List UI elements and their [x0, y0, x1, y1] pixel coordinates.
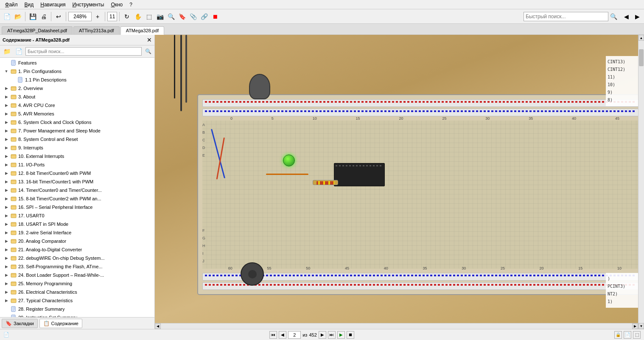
toc-item-14[interactable]: ▶13. 16-bit Timer/Counter1 with PWM: [0, 177, 154, 186]
search-submit-btn[interactable]: 🔍: [608, 11, 619, 22]
sidebar-folder-btn[interactable]: 📁: [2, 46, 12, 56]
new-btn[interactable]: 📄: [2, 11, 12, 22]
svg-rect-26: [11, 282, 16, 286]
attach-btn[interactable]: 📎: [188, 11, 198, 22]
print-btn[interactable]: 🖨: [39, 11, 49, 22]
toc-item-28[interactable]: ▶27. Typical Characteristics: [0, 296, 154, 305]
toc-item-25[interactable]: ▶24. Boot Loader Support – Read-While-..…: [0, 271, 154, 279]
toc-label-3: 2. Overview: [18, 86, 43, 91]
find-btn[interactable]: 🔍: [166, 11, 176, 22]
nav-prev-btn[interactable]: ◀: [621, 11, 631, 22]
menu-file[interactable]: Файл: [2, 1, 21, 8]
first-page-btn[interactable]: ⏮: [269, 331, 277, 339]
link-btn[interactable]: 🔗: [199, 11, 209, 22]
sidebar: Содержание - ATMega328.pdf ✕ 📁 📄 🔍 Featu…: [0, 35, 155, 329]
toc-label-24: 23. Self-Programming the Flash, ATme...: [18, 264, 102, 269]
scroll-up-btn[interactable]: ▲: [638, 35, 644, 41]
next-page-btn[interactable]: ▶: [319, 331, 326, 339]
rotate-btn[interactable]: ↻: [122, 11, 132, 22]
toc-item-11[interactable]: ▶10. External Interrupts: [0, 152, 154, 160]
menu-tools[interactable]: Инструменты: [69, 1, 108, 8]
toc-item-12[interactable]: ▶11. I/O-Ports: [0, 160, 154, 169]
hscroll-right-btn[interactable]: ▶: [632, 323, 638, 329]
toc-item-13[interactable]: ▶12. 8-bit Timer/Counter0 with PWM: [0, 169, 154, 177]
toc-item-29[interactable]: 28. Register Summary: [0, 305, 154, 313]
status-btn-1[interactable]: 🔒: [614, 331, 622, 339]
toc-item-23[interactable]: ▶22. debugWIRE On-chip Debug System...: [0, 254, 154, 262]
menu-help[interactable]: ?: [126, 1, 136, 8]
toc-item-2[interactable]: 1.1 Pin Descriptions: [0, 76, 154, 84]
toc-item-1[interactable]: ▼1. Pin Configurations: [0, 67, 154, 76]
menu-navigation[interactable]: Навигация: [37, 1, 69, 8]
back-btn[interactable]: ↩: [53, 11, 64, 22]
toc-item-10[interactable]: ▶9. Interrupts: [0, 143, 154, 152]
expand-icon-13: ▶: [3, 170, 9, 176]
menu-window[interactable]: Окно: [107, 1, 126, 8]
bottom-tab-bookmarks[interactable]: 🔖 Закладки: [2, 319, 38, 328]
stop-btn[interactable]: ⏹: [210, 11, 220, 22]
toc-item-20[interactable]: ▶19. 2-wire Serial Interface: [0, 228, 154, 237]
total-pages: 452: [309, 332, 316, 337]
zoom-in-btn[interactable]: +: [92, 11, 103, 22]
toc-item-24[interactable]: ▶23. Self-Programming the Flash, ATme...: [0, 262, 154, 271]
toc-item-18[interactable]: ▶17. USART0: [0, 211, 154, 220]
scroll-thumb[interactable]: [639, 49, 644, 66]
status-btn-2[interactable]: 📄: [624, 331, 631, 339]
toolbar: 📄 📂 💾 🖨 ↩ 248% + 11 ↻ ✋ ⬚ 📷 🔍 🔖 📎 🔗 ⏹ 🔍 …: [0, 9, 644, 24]
current-page-input[interactable]: [288, 331, 301, 339]
toc-item-26[interactable]: ▶25. Memory Programming: [0, 279, 154, 288]
toc-item-22[interactable]: ▶21. Analog-to-Digital Converter: [0, 245, 154, 254]
search-input[interactable]: [524, 12, 608, 21]
zoom-input[interactable]: 248%: [70, 14, 90, 20]
tab-atmega328p[interactable]: ATmega328P_Datasheet.pdf: [2, 26, 73, 34]
status-center: ⏮ ◀ из 452 ▶ ⏭ ▶ ⏹: [269, 331, 354, 339]
bottom-tab-toc[interactable]: 📋 Содержание: [39, 319, 82, 328]
toc-item-5[interactable]: ▶4. AVR CPU Core: [0, 101, 154, 110]
snapshot-btn[interactable]: 📷: [155, 11, 165, 22]
toc-item-15[interactable]: ▶14. Timer/Counter0 and Timer/Counter...: [0, 186, 154, 194]
hscroll-left-btn[interactable]: ◀: [155, 323, 161, 329]
last-page-btn[interactable]: ⏭: [328, 331, 336, 339]
menu-view[interactable]: Вид: [21, 1, 37, 8]
expand-icon-15: ▶: [3, 187, 9, 193]
prev-page-btn[interactable]: ◀: [279, 331, 286, 339]
sidebar-close-btn[interactable]: ✕: [147, 37, 152, 43]
toc-item-21[interactable]: ▶20. Analog Comparator: [0, 237, 154, 245]
toc-item-19[interactable]: ▶18. USART in SPI Mode: [0, 220, 154, 228]
toc-item-17[interactable]: ▶16. SPI – Serial Peripheral Interface: [0, 203, 154, 211]
expand-icon-12: ▶: [3, 162, 9, 168]
toc-item-16[interactable]: ▶15. 8-bit Timer/Counter2 with PWM an...: [0, 194, 154, 203]
nav-next-btn[interactable]: ▶: [632, 11, 642, 22]
toc-item-27[interactable]: ▶26. Electrical Characteristics: [0, 288, 154, 296]
hand-tool-btn[interactable]: ✋: [133, 11, 143, 22]
select-btn[interactable]: ⬚: [144, 11, 154, 22]
toc-item-6[interactable]: ▶5. AVR Memories: [0, 110, 154, 118]
hscroll-track[interactable]: [161, 323, 632, 329]
expand-icon-16: ▶: [3, 196, 9, 202]
toc-item-8[interactable]: ▶7. Power Management and Sleep Mode: [0, 126, 154, 135]
expand-icon-25: ▶: [3, 272, 9, 278]
open-btn[interactable]: 📂: [13, 11, 23, 22]
toc-item-3[interactable]: ▶2. Overview: [0, 84, 154, 93]
toolbar-sep-1: [25, 12, 25, 21]
toc-icon-2: [17, 76, 24, 83]
sidebar-expand-btn[interactable]: 📄: [14, 46, 24, 56]
scroll-track[interactable]: [638, 41, 644, 323]
save-btn[interactable]: 💾: [28, 11, 38, 22]
toc-label-0: Features: [18, 60, 36, 65]
tab-attiny2313a[interactable]: ATTiny2313a.pdf: [73, 26, 120, 34]
toc-item-7[interactable]: ▶6. System Clock and Clock Options: [0, 118, 154, 126]
svg-rect-18: [11, 214, 16, 218]
toc-item-30[interactable]: 29. Instruction Set Summary: [0, 313, 154, 317]
stop-nav-btn[interactable]: ⏹: [347, 331, 354, 339]
sidebar-search-input[interactable]: [25, 47, 142, 56]
toc-item-9[interactable]: ▶8. System Control and Reset: [0, 135, 154, 143]
tab-atmega328[interactable]: ATMega328.pdf: [120, 26, 164, 35]
play-btn[interactable]: ▶: [337, 331, 345, 339]
status-btn-3[interactable]: ⬚: [633, 331, 641, 339]
toc-item-4[interactable]: ▶3. About: [0, 93, 154, 101]
toc-item-0[interactable]: Features: [0, 59, 154, 67]
sidebar-search-btn[interactable]: 🔍: [143, 47, 153, 56]
scroll-down-btn[interactable]: ▼: [638, 323, 644, 329]
bookmark-btn[interactable]: 🔖: [177, 11, 187, 22]
